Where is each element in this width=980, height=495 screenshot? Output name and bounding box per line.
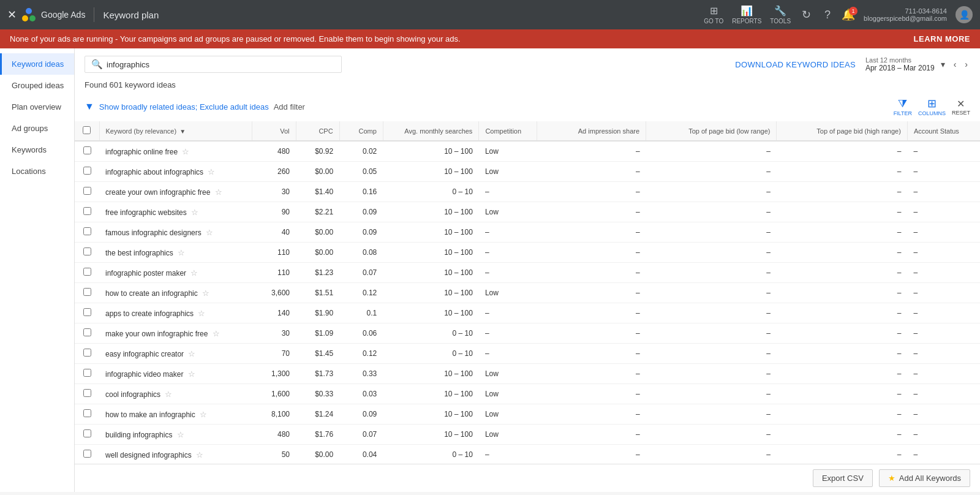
header-avg-monthly[interactable]: Avg. monthly searches	[383, 121, 479, 141]
table-header-row: Keyword (by relevance) ▼ Vol CPC Comp Av…	[75, 121, 980, 141]
add-filter-button[interactable]: Add filter	[274, 102, 305, 111]
header-account-status[interactable]: Account Status	[907, 121, 980, 141]
keyword-star-icon[interactable]: ☆	[208, 167, 215, 176]
row-cpc: $1.24	[296, 404, 339, 425]
header-checkbox[interactable]	[75, 121, 99, 141]
row-checkbox-cell[interactable]	[75, 303, 99, 323]
header-top-bid-high[interactable]: Top of page bid (high range)	[777, 121, 907, 141]
row-checkbox-cell[interactable]	[75, 323, 99, 344]
row-checkbox[interactable]	[83, 429, 91, 437]
download-keyword-ideas-link[interactable]: DOWNLOAD KEYWORD IDEAS	[735, 60, 856, 69]
keyword-star-icon[interactable]: ☆	[182, 147, 189, 156]
keyword-star-icon[interactable]: ☆	[196, 450, 203, 459]
keyword-star-icon[interactable]: ☆	[177, 430, 184, 439]
row-account-status: –	[907, 384, 980, 404]
row-checkbox-cell[interactable]	[75, 283, 99, 303]
row-checkbox-cell[interactable]	[75, 263, 99, 283]
row-checkbox[interactable]	[83, 389, 91, 397]
row-checkbox[interactable]	[83, 268, 91, 276]
sidebar-item-plan-overview[interactable]: Plan overview	[0, 96, 74, 118]
row-checkbox[interactable]	[83, 349, 91, 357]
keyword-star-icon[interactable]: ☆	[188, 349, 195, 358]
row-checkbox[interactable]	[83, 187, 91, 195]
row-checkbox-cell[interactable]	[75, 141, 99, 162]
row-checkbox-cell[interactable]	[75, 425, 99, 445]
row-checkbox[interactable]	[83, 146, 91, 154]
header-top-bid-low[interactable]: Top of page bid (low range)	[646, 121, 777, 141]
keyword-star-icon[interactable]: ☆	[206, 228, 213, 237]
filter-button[interactable]: ⧩ FILTER	[894, 97, 912, 116]
row-checkbox[interactable]	[83, 409, 91, 417]
add-all-keywords-button[interactable]: ★ Add All Keywords	[879, 469, 970, 487]
sidebar-item-ad-groups[interactable]: Ad groups	[0, 118, 74, 139]
row-checkbox[interactable]	[83, 328, 91, 336]
keyword-star-icon[interactable]: ☆	[165, 390, 172, 399]
row-checkbox-cell[interactable]	[75, 445, 99, 464]
export-csv-button[interactable]: Export CSV	[813, 469, 873, 487]
row-checkbox-cell[interactable]	[75, 162, 99, 182]
help-button[interactable]: ?	[822, 7, 833, 23]
row-checkbox-cell[interactable]	[75, 243, 99, 263]
keyword-text: well designed infographics	[105, 451, 192, 459]
row-checkbox[interactable]	[83, 288, 91, 296]
row-checkbox[interactable]	[83, 227, 91, 235]
keyword-star-icon[interactable]: ☆	[178, 248, 185, 257]
reset-button[interactable]: ✕ RESET	[952, 98, 970, 116]
refresh-button[interactable]: ↻	[799, 7, 813, 23]
keyword-star-icon[interactable]: ☆	[198, 309, 205, 318]
row-checkbox-cell[interactable]	[75, 384, 99, 404]
date-prev-button[interactable]: ‹	[951, 58, 959, 70]
row-checkbox-cell[interactable]	[75, 182, 99, 202]
row-checkbox-cell[interactable]	[75, 344, 99, 364]
columns-button[interactable]: ⊞ COLUMNS	[918, 97, 946, 116]
select-all-checkbox[interactable]	[83, 126, 91, 134]
header-cpc[interactable]: CPC	[296, 121, 339, 141]
row-checkbox[interactable]	[83, 167, 91, 175]
row-account-status: –	[907, 323, 980, 344]
keyword-star-icon[interactable]: ☆	[191, 208, 198, 217]
header-keyword[interactable]: Keyword (by relevance) ▼	[99, 121, 252, 141]
user-avatar[interactable]: 👤	[956, 6, 973, 23]
row-checkbox[interactable]	[83, 248, 91, 255]
keyword-star-icon[interactable]: ☆	[213, 329, 220, 338]
row-avg-monthly: 0 – 10	[383, 344, 479, 364]
date-next-button[interactable]: ›	[962, 58, 970, 70]
keyword-star-icon[interactable]: ☆	[188, 369, 195, 379]
learn-more-link[interactable]: LEARN MORE	[914, 34, 970, 43]
filter-left: ▼ Show broadly related ideas; Exclude ad…	[85, 101, 305, 112]
row-checkbox-cell[interactable]	[75, 222, 99, 243]
keyword-star-icon[interactable]: ☆	[200, 410, 207, 419]
sidebar-item-locations[interactable]: Locations	[0, 161, 74, 182]
notifications-button[interactable]: 🔔 1	[842, 8, 855, 21]
row-checkbox-cell[interactable]	[75, 404, 99, 425]
keyword-star-icon[interactable]: ☆	[202, 289, 209, 298]
sidebar-item-keywords[interactable]: Keywords	[0, 139, 74, 161]
search-input[interactable]	[107, 60, 335, 69]
goto-nav-item[interactable]: ⊞ GO TO	[704, 5, 723, 25]
row-checkbox[interactable]	[83, 369, 91, 377]
close-button[interactable]: ✕	[7, 8, 17, 21]
reports-nav-item[interactable]: 📊 REPORTS	[732, 5, 761, 25]
header-competition[interactable]: Competition	[479, 121, 537, 141]
row-top-bid-low: –	[646, 243, 777, 263]
keyword-star-icon[interactable]: ☆	[190, 268, 198, 278]
header-comp[interactable]: Comp	[339, 121, 383, 141]
header-vol[interactable]: Vol	[252, 121, 296, 141]
sidebar-item-grouped-ideas[interactable]: Grouped ideas	[0, 75, 74, 96]
row-keyword: infographic about infographics ☆	[99, 162, 252, 182]
table-row: make your own infographic free ☆ 30 $1.0…	[75, 323, 980, 344]
header-ad-impression[interactable]: Ad impression share	[537, 121, 646, 141]
keywords-table-container[interactable]: Keyword (by relevance) ▼ Vol CPC Comp Av…	[75, 121, 980, 464]
tools-nav-item[interactable]: 🔧 TOOLS	[770, 5, 791, 25]
sidebar-item-keyword-ideas[interactable]: Keyword ideas	[0, 53, 74, 75]
filter-chips[interactable]: Show broadly related ideas; Exclude adul…	[99, 102, 269, 111]
row-checkbox[interactable]	[83, 207, 91, 215]
row-checkbox[interactable]	[83, 450, 91, 458]
row-checkbox[interactable]	[83, 308, 91, 316]
row-ad-impression: –	[537, 202, 646, 222]
search-box[interactable]: 🔍	[85, 56, 342, 73]
row-checkbox-cell[interactable]	[75, 202, 99, 222]
row-checkbox-cell[interactable]	[75, 364, 99, 384]
date-dropdown-button[interactable]: ▾	[938, 58, 948, 70]
keyword-star-icon[interactable]: ☆	[215, 187, 222, 197]
